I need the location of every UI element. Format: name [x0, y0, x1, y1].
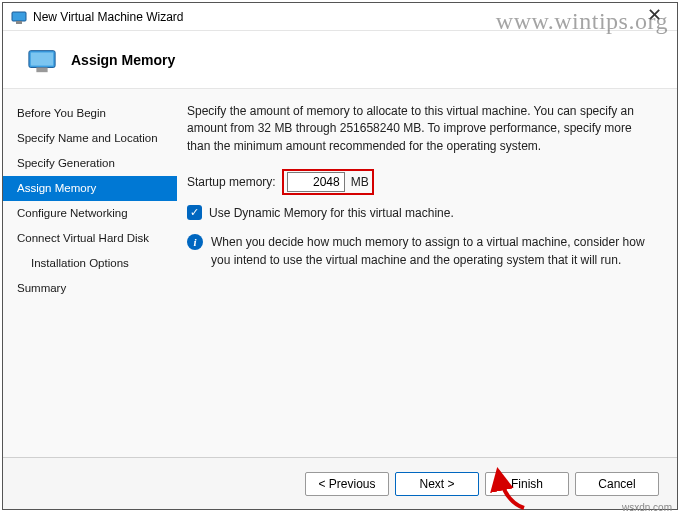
- intro-text: Specify the amount of memory to allocate…: [187, 103, 657, 155]
- startup-memory-highlight: MB: [282, 169, 374, 195]
- step-connect-vhd[interactable]: Connect Virtual Hard Disk: [3, 226, 177, 251]
- svg-rect-1: [16, 21, 22, 24]
- step-summary[interactable]: Summary: [3, 276, 177, 301]
- info-text: When you decide how much memory to assig…: [211, 234, 657, 269]
- memory-unit: MB: [351, 175, 369, 189]
- step-assign-memory[interactable]: Assign Memory: [3, 176, 177, 201]
- dynamic-memory-label: Use Dynamic Memory for this virtual mach…: [209, 206, 454, 220]
- next-button[interactable]: Next >: [395, 472, 479, 496]
- window-title: New Virtual Machine Wizard: [33, 10, 184, 24]
- wizard-body: Before You Begin Specify Name and Locati…: [3, 89, 677, 457]
- previous-button[interactable]: < Previous: [305, 472, 389, 496]
- step-installation-options[interactable]: Installation Options: [3, 251, 177, 276]
- wizard-steps-sidebar: Before You Begin Specify Name and Locati…: [3, 89, 177, 457]
- svg-rect-4: [36, 67, 47, 72]
- finish-button[interactable]: Finish: [485, 472, 569, 496]
- wizard-footer: < Previous Next > Finish Cancel: [3, 457, 677, 509]
- attribution-text: wsxdn.com: [622, 502, 672, 513]
- vm-header-icon: [27, 45, 57, 75]
- vm-wizard-icon: [11, 9, 27, 25]
- wizard-header: Assign Memory: [3, 31, 677, 89]
- step-configure-networking[interactable]: Configure Networking: [3, 201, 177, 226]
- startup-memory-label: Startup memory:: [187, 175, 276, 189]
- step-before-you-begin[interactable]: Before You Begin: [3, 101, 177, 126]
- step-specify-name[interactable]: Specify Name and Location: [3, 126, 177, 151]
- wizard-dialog: New Virtual Machine Wizard ✕ Assign Memo…: [2, 2, 678, 510]
- dynamic-memory-checkbox[interactable]: ✓: [187, 205, 202, 220]
- dynamic-memory-row[interactable]: ✓ Use Dynamic Memory for this virtual ma…: [187, 205, 657, 220]
- svg-rect-3: [31, 52, 54, 65]
- svg-rect-0: [12, 12, 26, 21]
- wizard-content: Specify the amount of memory to allocate…: [177, 89, 677, 457]
- cancel-button[interactable]: Cancel: [575, 472, 659, 496]
- next-button-highlight: Next >: [395, 472, 479, 496]
- step-specify-generation[interactable]: Specify Generation: [3, 151, 177, 176]
- info-icon: i: [187, 234, 203, 250]
- startup-memory-row: Startup memory: MB: [187, 169, 657, 195]
- close-icon[interactable]: ✕: [639, 5, 669, 29]
- titlebar: New Virtual Machine Wizard ✕: [3, 3, 677, 31]
- page-title: Assign Memory: [71, 52, 175, 68]
- startup-memory-input[interactable]: [287, 172, 345, 192]
- info-row: i When you decide how much memory to ass…: [187, 234, 657, 269]
